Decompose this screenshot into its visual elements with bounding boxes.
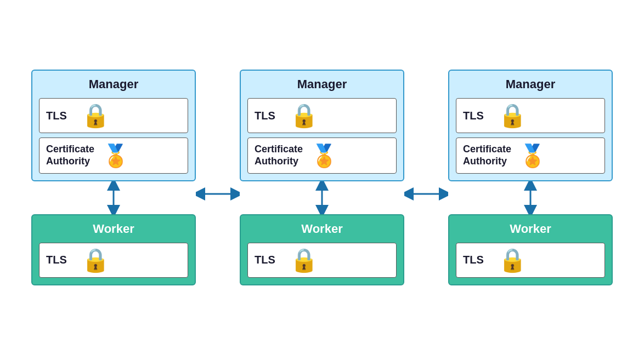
h-arrow-1-2 — [196, 186, 240, 202]
worker-lock-icon-2: 🔒 — [290, 249, 318, 272]
worker-box-2: Worker TLS 🔒 — [240, 214, 404, 285]
worker-title-1: Worker — [39, 222, 188, 236]
worker-tls-label-3: TLS — [463, 254, 490, 266]
worker-box-1: Worker TLS 🔒 — [31, 214, 196, 285]
worker-tls-box-1: TLS 🔒 — [39, 243, 188, 278]
worker-tls-label-2: TLS — [255, 254, 282, 266]
worker-title-3: Worker — [456, 222, 605, 236]
tls-label-1: TLS — [46, 110, 74, 122]
v-arrow-3 — [522, 181, 539, 214]
column-3: Manager TLS 🔒 Certificate Authority 🏅 — [448, 70, 613, 285]
v-arrow-1 — [105, 181, 122, 214]
tls-box-3: TLS 🔒 — [456, 98, 605, 133]
v-arrow-svg-1 — [105, 181, 122, 214]
diagram: Manager TLS 🔒 Certificate Authority 🏅 — [20, 70, 624, 285]
ca-label-2: Certificate Authority — [255, 144, 303, 167]
lock-icon-1: 🔒 — [81, 104, 110, 127]
worker-tls-label-1: TLS — [46, 254, 74, 266]
tls-label-2: TLS — [255, 110, 282, 122]
ca-box-2: Certificate Authority 🏅 — [247, 138, 397, 173]
manager-title-3: Manager — [456, 77, 605, 91]
worker-box-3: Worker TLS 🔒 — [448, 214, 613, 285]
ca-label-1: Certificate Authority — [46, 144, 94, 167]
worker-tls-box-2: TLS 🔒 — [247, 243, 397, 278]
column-1: Manager TLS 🔒 Certificate Authority 🏅 — [31, 70, 196, 285]
worker-title-2: Worker — [247, 222, 397, 236]
lock-icon-3: 🔒 — [498, 104, 527, 127]
worker-lock-icon-1: 🔒 — [81, 249, 110, 272]
ca-label-3: Certificate Authority — [463, 144, 511, 167]
manager-box-3: Manager TLS 🔒 Certificate Authority 🏅 — [448, 70, 613, 181]
manager-title-1: Manager — [39, 77, 188, 91]
lock-icon-2: 🔒 — [290, 104, 318, 127]
ca-box-3: Certificate Authority 🏅 — [456, 138, 605, 173]
manager-box-2: Manager TLS 🔒 Certificate Authority 🏅 — [240, 70, 404, 181]
v-arrow-svg-2 — [314, 181, 330, 214]
worker-lock-icon-3: 🔒 — [498, 249, 527, 272]
worker-tls-box-3: TLS 🔒 — [456, 243, 605, 278]
h-arrow-svg-2-3 — [404, 186, 448, 202]
ca-box-1: Certificate Authority 🏅 — [39, 138, 188, 173]
h-arrow-2-3 — [404, 186, 448, 202]
manager-title-2: Manager — [247, 77, 397, 91]
top-row: Manager TLS 🔒 Certificate Authority 🏅 — [20, 70, 624, 285]
h-arrow-svg-1-2 — [196, 186, 240, 202]
tls-box-1: TLS 🔒 — [39, 98, 188, 133]
cert-icon-1: 🏅 — [102, 145, 129, 167]
tls-box-2: TLS 🔒 — [247, 98, 397, 133]
column-2: Manager TLS 🔒 Certificate Authority 🏅 — [240, 70, 404, 285]
cert-icon-2: 🏅 — [310, 145, 338, 167]
v-arrow-2 — [314, 181, 330, 214]
v-arrow-svg-3 — [522, 181, 539, 214]
cert-icon-3: 🏅 — [519, 145, 546, 167]
manager-box-1: Manager TLS 🔒 Certificate Authority 🏅 — [31, 70, 196, 181]
tls-label-3: TLS — [463, 110, 490, 122]
